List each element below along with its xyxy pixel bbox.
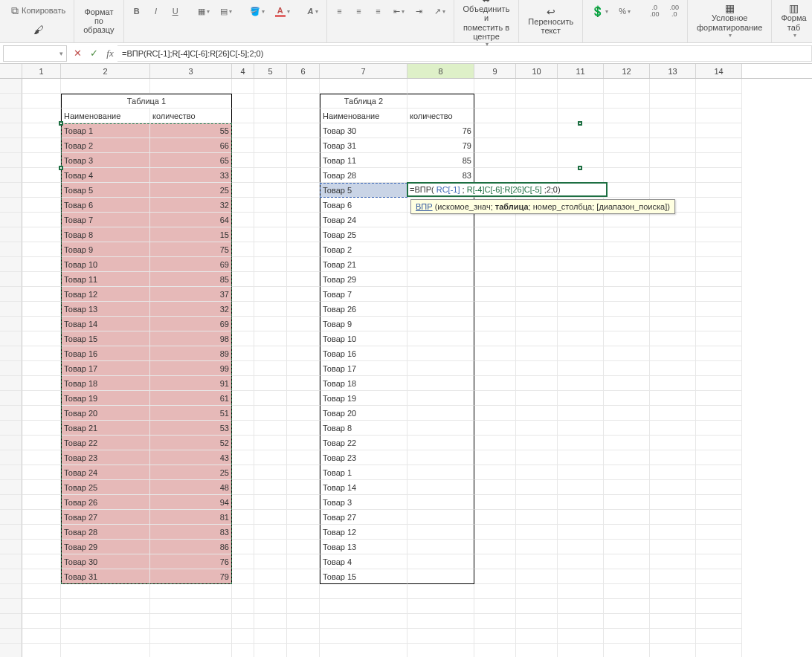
- cell[interactable]: [558, 94, 604, 109]
- cell[interactable]: [604, 614, 650, 629]
- cell[interactable]: [150, 644, 232, 657]
- cell[interactable]: [516, 213, 558, 227]
- cell[interactable]: [254, 153, 287, 168]
- cell[interactable]: [232, 406, 254, 421]
- cell[interactable]: [474, 331, 516, 346]
- cell[interactable]: [474, 302, 516, 317]
- cell[interactable]: [22, 138, 61, 153]
- cell[interactable]: 64: [150, 213, 232, 227]
- cell[interactable]: [516, 584, 558, 599]
- conditional-formatting-button[interactable]: ▦ Условное форматирование: [692, 1, 767, 40]
- cell[interactable]: [516, 272, 558, 287]
- cell[interactable]: [407, 629, 474, 644]
- cell[interactable]: [150, 599, 232, 614]
- italic-button[interactable]: I: [148, 3, 164, 19]
- font-color-button[interactable]: A: [271, 3, 294, 19]
- cell[interactable]: [474, 346, 516, 361]
- cell[interactable]: 37: [150, 287, 232, 302]
- cell[interactable]: [558, 138, 604, 153]
- cell[interactable]: [150, 614, 232, 629]
- cell[interactable]: [232, 272, 254, 287]
- cell[interactable]: 69: [150, 257, 232, 272]
- row-header[interactable]: [0, 183, 22, 198]
- cell[interactable]: [474, 272, 516, 287]
- cell[interactable]: [320, 614, 407, 629]
- row-header[interactable]: [0, 584, 22, 599]
- cell[interactable]: количество: [407, 109, 474, 123]
- cell[interactable]: [22, 465, 61, 480]
- cell[interactable]: Товар 20: [320, 406, 407, 421]
- cell[interactable]: [558, 406, 604, 421]
- cell[interactable]: [516, 629, 558, 644]
- cell[interactable]: [320, 599, 407, 614]
- cell[interactable]: Товар 3: [320, 495, 407, 510]
- cell[interactable]: [604, 168, 650, 183]
- cell[interactable]: [650, 436, 696, 450]
- cell[interactable]: [516, 257, 558, 272]
- cell[interactable]: [287, 79, 320, 94]
- cell[interactable]: [604, 331, 650, 346]
- cell[interactable]: Товар 14: [61, 317, 150, 331]
- cell[interactable]: [696, 540, 742, 554]
- cell[interactable]: [287, 168, 320, 183]
- merge-center-button[interactable]: ⬌ Объединить и поместить в центре: [459, 1, 515, 40]
- cell[interactable]: [696, 495, 742, 510]
- cell[interactable]: [407, 242, 474, 257]
- align-center-button[interactable]: ≡: [351, 3, 367, 19]
- cell[interactable]: [22, 227, 61, 242]
- cell[interactable]: [22, 257, 61, 272]
- row-header[interactable]: [0, 480, 22, 495]
- cell[interactable]: 15: [150, 227, 232, 242]
- cell[interactable]: [254, 406, 287, 421]
- cell[interactable]: [558, 629, 604, 644]
- cell[interactable]: [474, 242, 516, 257]
- row-header[interactable]: [0, 168, 22, 183]
- cell[interactable]: [320, 79, 407, 94]
- cell[interactable]: [22, 480, 61, 495]
- cell[interactable]: Товар 4: [61, 168, 150, 183]
- cell[interactable]: [22, 540, 61, 554]
- cell[interactable]: [407, 213, 474, 227]
- cell[interactable]: [254, 123, 287, 138]
- cell[interactable]: [22, 287, 61, 302]
- cell[interactable]: [604, 153, 650, 168]
- cell[interactable]: [696, 272, 742, 287]
- cell[interactable]: [558, 361, 604, 376]
- cell[interactable]: Товар 15: [320, 569, 407, 584]
- cell[interactable]: [696, 109, 742, 123]
- cell[interactable]: [516, 569, 558, 584]
- cell[interactable]: [696, 123, 742, 138]
- cell[interactable]: [650, 465, 696, 480]
- cell[interactable]: [558, 168, 604, 183]
- cell[interactable]: [61, 629, 150, 644]
- cell[interactable]: [696, 242, 742, 257]
- cell[interactable]: [696, 599, 742, 614]
- cell[interactable]: [604, 376, 650, 391]
- cell[interactable]: [650, 629, 696, 644]
- cell[interactable]: [22, 510, 61, 525]
- cell[interactable]: [516, 168, 558, 183]
- cell[interactable]: Товар 30: [61, 554, 150, 569]
- cell[interactable]: [558, 436, 604, 450]
- indent-dec-button[interactable]: ⇤: [390, 3, 408, 19]
- format-painter-button[interactable]: 🖌: [7, 19, 69, 42]
- cell[interactable]: [696, 554, 742, 569]
- cell[interactable]: 83: [407, 168, 474, 183]
- cell[interactable]: [604, 436, 650, 450]
- increase-decimals-button[interactable]: .0.00: [646, 3, 663, 19]
- cell[interactable]: [254, 287, 287, 302]
- cell[interactable]: [558, 287, 604, 302]
- cell[interactable]: [604, 644, 650, 657]
- cell[interactable]: [604, 123, 650, 138]
- cell[interactable]: [407, 227, 474, 242]
- cell[interactable]: [254, 614, 287, 629]
- cell[interactable]: [232, 109, 254, 123]
- cell[interactable]: [254, 361, 287, 376]
- column-header[interactable]: 10: [516, 64, 558, 78]
- cell[interactable]: [232, 302, 254, 317]
- cell[interactable]: [604, 465, 650, 480]
- cell[interactable]: [474, 421, 516, 436]
- cell[interactable]: Товар 10: [61, 257, 150, 272]
- row-header[interactable]: [0, 317, 22, 331]
- cell[interactable]: [287, 242, 320, 257]
